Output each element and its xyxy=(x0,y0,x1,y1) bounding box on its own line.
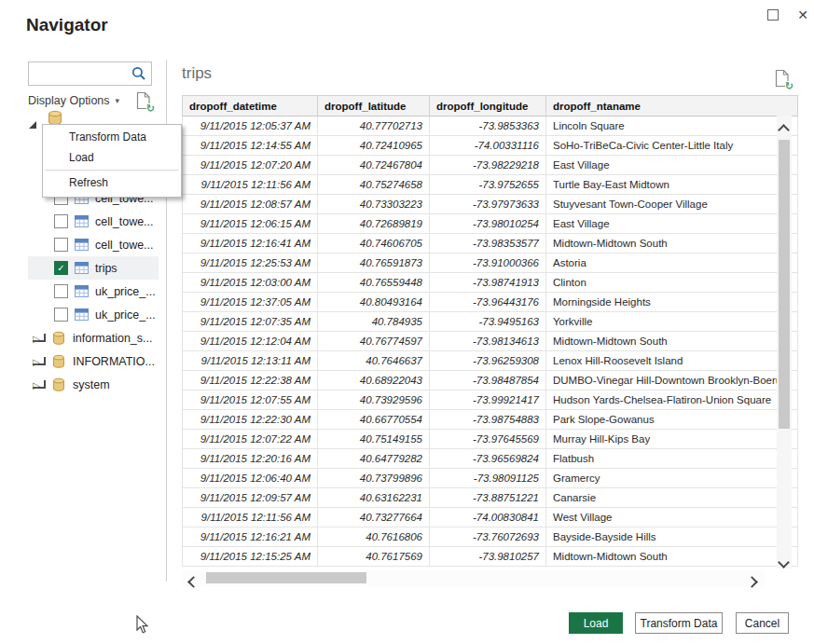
checkbox[interactable] xyxy=(54,308,68,322)
cell: East Village xyxy=(546,214,798,234)
maximize-button[interactable] xyxy=(761,4,785,26)
cell: 9/11/2015 12:07:20 AM xyxy=(183,156,318,175)
table-row: 9/11/2015 12:22:30 AM40.66770554-73.9875… xyxy=(183,410,798,430)
menu-item-refresh[interactable]: Refresh xyxy=(43,172,181,193)
table-row: 9/11/2015 12:25:53 AM40.76591873-73.9100… xyxy=(183,253,798,273)
cancel-button[interactable]: Cancel xyxy=(736,612,789,634)
checkbox[interactable] xyxy=(54,214,68,228)
cell: Clinton xyxy=(546,273,798,293)
scroll-down-icon[interactable] xyxy=(780,554,789,565)
table-row: 9/11/2015 12:16:21 AM40.7616806-73.76072… xyxy=(183,528,798,547)
cell: -73.96443176 xyxy=(430,293,546,312)
table-row: 9/11/2015 12:09:57 AM40.63162231-73.8875… xyxy=(183,488,798,508)
cell: -73.98091125 xyxy=(430,469,546,488)
cell: 40.68922043 xyxy=(318,371,430,391)
table-row: 9/11/2015 12:07:22 AM40.75149155-73.9764… xyxy=(183,430,798,449)
cell: -73.98134613 xyxy=(430,332,546,351)
cell: 40.77702713 xyxy=(318,116,430,136)
cell: 40.74606705 xyxy=(318,234,430,253)
cell: 40.73799896 xyxy=(318,469,430,488)
refresh-preview-icon-right[interactable]: ↻ xyxy=(775,69,792,89)
scroll-left-icon[interactable] xyxy=(189,573,200,582)
sidebar-item-cell-towe[interactable]: cell_towe... xyxy=(28,233,159,256)
cell: -73.9810257 xyxy=(430,547,546,567)
close-button[interactable]: ✕ xyxy=(791,4,814,26)
sidebar-item-information-s[interactable]: ▷information_s... xyxy=(28,326,159,349)
cell: -73.98741913 xyxy=(430,273,546,293)
cell: -73.9495163 xyxy=(430,312,546,332)
column-header-dropoff-datetime[interactable]: dropoff_datetime xyxy=(183,96,318,116)
load-button[interactable]: Load xyxy=(569,612,623,634)
page-title: Navigator xyxy=(26,15,108,35)
sidebar-item-uk-price[interactable]: uk_price_... xyxy=(28,303,159,326)
cell: 9/11/2015 12:20:16 AM xyxy=(183,449,318,469)
cell: -73.98010254 xyxy=(430,214,546,234)
expanded-triangle-icon[interactable] xyxy=(29,121,36,129)
table-row: 9/11/2015 12:06:40 AM40.73799896-73.9809… xyxy=(183,469,798,488)
chevron-right-icon[interactable]: ▷ xyxy=(33,357,46,365)
maximize-icon xyxy=(767,9,779,21)
cell: 40.80493164 xyxy=(318,293,430,312)
table-icon xyxy=(75,285,89,297)
sidebar-item-system[interactable]: ▷system xyxy=(28,373,159,396)
cell: -73.97973633 xyxy=(430,195,546,214)
table-body: 9/11/2015 12:05:37 AM40.77702713-73.9853… xyxy=(183,116,798,567)
sidebar-item-cell-towe[interactable]: cell_towe... xyxy=(28,210,159,233)
column-header-dropoff-ntaname[interactable]: dropoff_ntaname xyxy=(546,96,798,116)
table-icon xyxy=(75,239,89,251)
cell: 40.63162231 xyxy=(318,488,430,508)
horizontal-scrollbar[interactable] xyxy=(182,570,765,586)
menu-item-transform-data[interactable]: Transform Data xyxy=(43,127,181,147)
refresh-preview-icon[interactable]: ↻ xyxy=(136,91,153,112)
scroll-right-icon[interactable] xyxy=(748,573,759,582)
cell: 9/11/2015 12:09:57 AM xyxy=(183,488,318,508)
cell: -73.98229218 xyxy=(430,156,546,175)
horizontal-scrollbar-thumb[interactable] xyxy=(206,572,366,583)
cell: Midtown-Midtown South xyxy=(546,332,798,351)
cell: 9/11/2015 12:11:56 AM xyxy=(183,508,318,528)
checkbox[interactable] xyxy=(54,284,68,298)
table-icon xyxy=(75,308,89,321)
cell: Stuyvesant Town-Cooper Village xyxy=(546,195,798,214)
cell: SoHo-TriBeCa-Civic Center-Little Italy xyxy=(546,136,798,156)
chevron-down-icon: ▾ xyxy=(116,96,120,105)
table-row: 9/11/2015 12:15:25 AM40.7617569-73.98102… xyxy=(183,547,798,567)
checkbox[interactable]: ✓ xyxy=(54,261,68,275)
cell: 9/11/2015 12:16:21 AM xyxy=(183,528,318,547)
cell: Midtown-Midtown South xyxy=(546,547,798,567)
menu-item-load[interactable]: Load xyxy=(43,147,181,168)
cell: 9/11/2015 12:07:55 AM xyxy=(183,391,318,410)
vertical-scrollbar-thumb[interactable] xyxy=(779,140,790,429)
sidebar-item-trips[interactable]: ✓trips xyxy=(28,256,159,280)
column-header-dropoff-longitude[interactable]: dropoff_longitude xyxy=(430,96,546,116)
search-input[interactable] xyxy=(34,64,131,83)
transform-data-button[interactable]: Transform Data xyxy=(635,612,723,634)
column-header-dropoff-latitude[interactable]: dropoff_latitude xyxy=(318,96,430,116)
scroll-up-icon[interactable] xyxy=(780,121,789,132)
vertical-scrollbar[interactable] xyxy=(777,116,792,569)
sidebar-item-informatio[interactable]: ▷INFORMATIO... xyxy=(28,349,159,373)
sidebar-item-uk-price[interactable]: uk_price_... xyxy=(28,280,159,303)
cell: -73.98353577 xyxy=(430,234,546,253)
database-icon xyxy=(51,331,66,346)
table-row: 9/11/2015 12:05:37 AM40.77702713-73.9853… xyxy=(183,116,798,136)
cell: Yorkville xyxy=(546,312,798,332)
cell: 40.76559448 xyxy=(318,273,430,293)
cell: 40.73277664 xyxy=(318,508,430,528)
close-icon: ✕ xyxy=(797,7,808,22)
mouse-cursor xyxy=(136,615,149,635)
cell: -73.96259308 xyxy=(430,351,546,371)
cell: 9/11/2015 12:16:41 AM xyxy=(183,234,318,253)
cell: 9/11/2015 12:25:53 AM xyxy=(183,253,318,273)
search-icon[interactable] xyxy=(131,65,147,82)
cell: -73.97645569 xyxy=(430,430,546,449)
cell: 40.72689819 xyxy=(318,214,430,234)
cell: 9/11/2015 12:07:22 AM xyxy=(183,430,318,449)
chevron-right-icon[interactable]: ▷ xyxy=(33,380,46,389)
cell: Bayside-Bayside Hills xyxy=(546,528,798,547)
checkbox[interactable] xyxy=(54,238,68,252)
table-row: 9/11/2015 12:13:11 AM40.7646637-73.96259… xyxy=(183,351,798,371)
table-row: 9/11/2015 12:11:56 AM40.73277664-74.0083… xyxy=(183,508,798,528)
chevron-right-icon[interactable]: ▷ xyxy=(33,334,46,342)
menu-divider xyxy=(45,170,179,171)
